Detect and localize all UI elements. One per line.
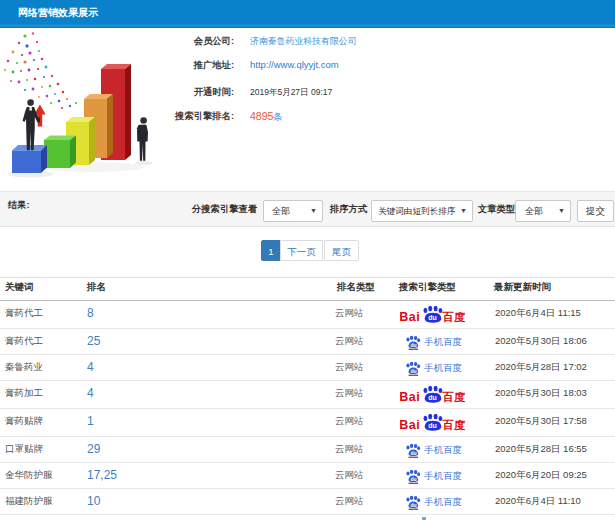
- svg-text:du: du: [410, 368, 416, 374]
- svg-text:百度: 百度: [442, 311, 466, 323]
- svg-text:Bai: Bai: [400, 418, 420, 431]
- svg-text:du: du: [410, 502, 416, 508]
- svg-text:du: du: [428, 314, 437, 321]
- svg-text:Bai: Bai: [400, 390, 420, 403]
- svg-text:du: du: [410, 450, 416, 456]
- svg-text:Bai: Bai: [400, 310, 420, 323]
- svg-text:du: du: [410, 476, 416, 482]
- svg-text:百度: 百度: [442, 419, 466, 431]
- svg-text:du: du: [428, 394, 437, 401]
- svg-text:百度: 百度: [442, 391, 466, 403]
- svg-text:du: du: [410, 342, 416, 348]
- svg-text:du: du: [428, 422, 437, 429]
